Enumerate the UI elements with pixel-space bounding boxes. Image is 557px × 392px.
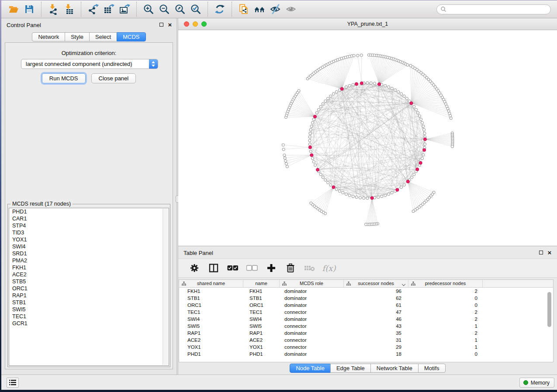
mcds-result-item[interactable]: PMA2 <box>9 257 169 264</box>
delete-table-icon[interactable] <box>303 261 316 275</box>
mcds-result-item[interactable]: FKH1 <box>9 264 169 271</box>
column-header-predecessor-nodes[interactable]: predecessor nodes <box>408 280 483 287</box>
tab-network-table[interactable]: Network Table <box>370 364 419 373</box>
menu-list-icon[interactable] <box>7 378 19 388</box>
mcds-result-item[interactable]: SRD1 <box>9 250 169 257</box>
open-file-icon[interactable] <box>6 2 21 17</box>
tab-network[interactable]: Network <box>32 32 65 41</box>
network-graph[interactable] <box>178 30 557 246</box>
zoom-out-icon[interactable] <box>156 2 172 17</box>
tree-icon <box>182 282 186 286</box>
close-panel-icon[interactable]: × <box>167 22 173 28</box>
network-canvas[interactable] <box>178 30 557 246</box>
mcds-result-item[interactable]: GCR1 <box>9 320 169 327</box>
import-table-icon[interactable] <box>61 2 77 17</box>
column-header-successor-nodes[interactable]: successor nodes <box>344 280 408 287</box>
selected-criterion: largest connected component (undirected) <box>21 61 149 67</box>
duplicate-network-icon[interactable] <box>236 2 252 17</box>
mcds-result-item[interactable]: SWI4 <box>9 243 169 250</box>
show-graphics-details-icon[interactable] <box>283 2 299 17</box>
table-row[interactable]: SWI5SWI5connector431 <box>179 323 553 330</box>
control-panel-tabs: Network Style Select MCDS <box>1 32 176 41</box>
column-header-mcds-role[interactable]: MCDS role <box>280 280 344 287</box>
search-input[interactable] <box>446 6 547 12</box>
close-table-panel-icon[interactable]: × <box>547 250 553 256</box>
add-column-icon[interactable] <box>265 261 278 275</box>
mcds-result-item[interactable]: CAR1 <box>9 215 169 222</box>
tab-motifs[interactable]: Motifs <box>418 364 446 373</box>
table-row[interactable]: YOX1YOX1connector291 <box>179 344 553 351</box>
float-table-panel-icon[interactable] <box>538 250 544 256</box>
toolbar-separator <box>136 2 137 17</box>
import-network-icon[interactable] <box>45 2 61 17</box>
tab-mcds[interactable]: MCDS <box>117 32 145 41</box>
zoom-fit-icon[interactable] <box>172 2 188 17</box>
tab-edge-table[interactable]: Edge Table <box>330 364 371 373</box>
mcds-result-item[interactable]: TID3 <box>9 229 169 236</box>
mcds-result-title: MCDS result (17 nodes) <box>10 201 73 207</box>
mcds-result-item[interactable]: PHD1 <box>9 208 169 215</box>
control-panel: Control Panel × Network Style Select MCD… <box>1 18 176 375</box>
table-settings-icon[interactable] <box>188 261 201 275</box>
mcds-result-list[interactable]: PHD1CAR1STP4TID3YOX1SWI4SRD1PMA2FKH1ACE2… <box>9 208 169 366</box>
network-window-titlebar[interactable]: YPA_prune.txt_1 <box>178 18 557 30</box>
table-row[interactable]: TEC1TEC1connector472 <box>179 309 553 316</box>
table-tabs: Node Table Edge Table Network Table Moti… <box>178 364 557 373</box>
memory-status-icon <box>523 380 528 385</box>
table-row[interactable]: STB1STB1dominator620 <box>179 295 553 302</box>
tab-style[interactable]: Style <box>65 32 90 41</box>
table-row[interactable]: ORC1ORC1dominator610 <box>179 302 553 309</box>
table-row[interactable]: PHD1PHD1dominator180 <box>179 351 553 358</box>
mcds-result-item[interactable]: TEC1 <box>9 313 169 320</box>
table-scrollbar-thumb[interactable] <box>547 292 551 327</box>
split-panel-icon[interactable] <box>207 261 220 275</box>
table-row[interactable]: SWI4SWI4dominator462 <box>179 316 553 323</box>
mcds-result-item[interactable]: STP4 <box>9 222 169 229</box>
tree-icon <box>411 282 415 286</box>
mcds-result-item[interactable]: SWI5 <box>9 306 169 313</box>
application-window: Control Panel × Network Style Select MCD… <box>1 0 557 390</box>
tab-node-table[interactable]: Node Table <box>290 364 331 373</box>
export-network-icon[interactable] <box>85 2 101 17</box>
mcds-list-scrollbar[interactable] <box>163 209 168 365</box>
select-all-columns-icon[interactable] <box>226 261 239 275</box>
mcds-result-item[interactable]: RAP1 <box>9 292 169 299</box>
mcds-result-group: MCDS result (17 nodes) PHD1CAR1STP4TID3Y… <box>7 201 170 367</box>
hide-graphics-details-icon[interactable] <box>267 2 283 17</box>
optimization-criterion-select[interactable]: largest connected component (undirected) <box>21 59 158 69</box>
table-row[interactable]: RAP1RAP1dominator352 <box>179 330 553 337</box>
network-title: YPA_prune.txt_1 <box>178 21 557 27</box>
mcds-result-item[interactable]: STB5 <box>9 278 169 285</box>
refresh-icon[interactable] <box>212 2 228 17</box>
delete-column-icon[interactable] <box>284 261 297 275</box>
mcds-result-item[interactable]: STB1 <box>9 299 169 306</box>
tab-select[interactable]: Select <box>89 32 117 41</box>
run-mcds-button[interactable]: Run MCDS <box>42 73 86 83</box>
save-session-icon[interactable] <box>21 2 37 17</box>
table-row[interactable]: ACE2ACE2connector311 <box>179 337 553 344</box>
tree-icon <box>282 282 287 286</box>
close-panel-button[interactable]: Close panel <box>91 73 136 83</box>
search-box[interactable] <box>436 4 551 14</box>
main-toolbar <box>1 0 557 18</box>
table-panel-title: Table Panel <box>183 250 213 256</box>
control-panel-title: Control Panel <box>7 22 41 28</box>
mcds-result-item[interactable]: ORC1 <box>9 285 169 292</box>
mcds-result-item[interactable]: YOX1 <box>9 236 169 243</box>
table-row[interactable]: FKH1FKH1dominator962 <box>179 288 553 295</box>
float-panel-icon[interactable] <box>158 22 164 28</box>
export-image-icon[interactable] <box>117 2 132 17</box>
memory-button[interactable]: Memory <box>519 378 554 388</box>
column-header-shared-name[interactable]: shared name <box>179 280 243 287</box>
deselect-all-columns-icon[interactable] <box>246 261 259 275</box>
column-header-name[interactable]: name <box>243 280 280 287</box>
network-view: YPA_prune.txt_1 <box>178 18 557 246</box>
mcds-result-item[interactable]: ACE2 <box>9 271 169 278</box>
zoom-in-icon[interactable] <box>141 2 156 17</box>
export-table-icon[interactable] <box>101 2 117 17</box>
zoom-selected-icon[interactable] <box>188 2 204 17</box>
node-table: shared name name MCDS role successor nod… <box>179 279 554 362</box>
houses-icon[interactable] <box>252 2 267 17</box>
toolbar-separator <box>208 2 208 17</box>
function-builder-icon[interactable]: f(x) <box>322 261 336 275</box>
